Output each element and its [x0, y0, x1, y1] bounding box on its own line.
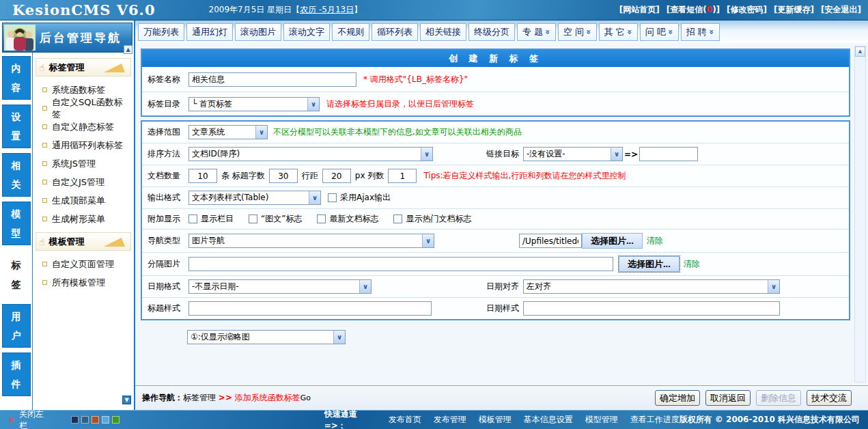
main-scrollbar[interactable]: ▲ — [854, 46, 866, 383]
date-format-label: 日期格式 — [148, 281, 188, 292]
rail-item-related[interactable]: 相关 — [2, 153, 31, 197]
quick-publish-manage-link[interactable]: 发布管理 — [434, 414, 466, 426]
menu-item-custom-sql-tags[interactable]: 自定义SQL函数标签 — [36, 99, 131, 117]
theme-swatch[interactable] — [71, 416, 79, 424]
title-length-input[interactable] — [269, 169, 298, 183]
doc-count-input[interactable] — [188, 169, 217, 183]
newest-doc-flag-checkbox[interactable] — [317, 214, 326, 223]
tab-recruit[interactable]: 招 聘» — [681, 23, 720, 41]
tab-universal-list[interactable]: 万能列表 — [138, 23, 184, 41]
double-chevron-icon: » — [666, 29, 675, 35]
logout-link[interactable]: [安全退出] — [821, 4, 861, 16]
tab-scroll-images[interactable]: 滚动图片 — [235, 23, 281, 41]
pick-divider-image-button[interactable]: 选择图片... — [619, 256, 680, 272]
hot-doc-flag-checkbox[interactable] — [393, 214, 402, 223]
tab-ask[interactable]: 问 吧» — [640, 23, 679, 41]
close-left-panel-link[interactable]: 关闭左栏 — [19, 409, 52, 429]
link-target-select[interactable]: -没有设置-∨ — [523, 147, 623, 161]
ajax-output-checkbox[interactable] — [328, 193, 337, 202]
tag-dir-select[interactable]: └ 首页标签∨ — [188, 97, 320, 111]
cancel-return-button[interactable]: 取消返回 — [705, 390, 751, 406]
tab-other[interactable]: 其 它» — [599, 23, 638, 41]
lunar-date-link[interactable]: 农历 -5月13日 — [300, 5, 354, 14]
scrollbar-up-icon[interactable]: ▲ — [855, 46, 865, 57]
show-category-checkbox[interactable] — [188, 214, 197, 223]
sort-select[interactable]: 文档ID(降序)∨ — [188, 147, 433, 161]
date-align-select[interactable]: 左对齐∨ — [523, 279, 780, 294]
clear-nav-image-link[interactable]: 清除 — [647, 235, 663, 247]
quick-publish-home-link[interactable]: 发布首页 — [389, 414, 421, 426]
columns-input[interactable] — [388, 169, 417, 183]
date-style-input[interactable] — [523, 301, 780, 316]
breadcrumb-root[interactable]: 标签管理 — [183, 393, 216, 402]
quick-progress-link[interactable]: 查看工作进度 — [630, 414, 680, 426]
line-height-input[interactable] — [322, 169, 351, 183]
tag-name-input[interactable] — [188, 72, 356, 87]
confirm-add-button[interactable]: 确定增加 — [655, 390, 700, 406]
tech-support-button[interactable]: 技术交流 — [807, 390, 852, 406]
divider-image-input[interactable] — [188, 257, 613, 271]
delete-info-button[interactable]: 删除信息 — [756, 390, 801, 406]
menu-item-tree-menu[interactable]: 生成树形菜单 — [36, 210, 131, 228]
quick-template-manage-link[interactable]: 模板管理 — [479, 414, 512, 426]
change-password-link[interactable]: [修改密码] — [727, 4, 767, 16]
title-style-input[interactable] — [188, 301, 432, 316]
tab-loop-list[interactable]: 循环列表 — [372, 23, 418, 41]
tag-name-row: 标签名称 * 调用格式"{LB_标签名称}" — [142, 67, 849, 92]
rail-item-settings[interactable]: 设置 — [2, 105, 31, 148]
extra-display-label: 附加显示 — [148, 213, 188, 225]
rail-item-users[interactable]: 用户 — [2, 304, 31, 348]
quick-basic-info-link[interactable]: 基本信息设置 — [524, 414, 573, 426]
quick-model-manage-link[interactable]: 模型管理 — [585, 414, 618, 426]
sidebar-columns: 内容 设置 相关 模型 标签 用户 插件 ☝ 标签管理 系统函数标签 — [0, 53, 134, 410]
date-suffix: 】 — [354, 5, 362, 14]
rail-item-model[interactable]: 模型 — [2, 202, 31, 245]
link-target-label: 链接目标 — [486, 148, 519, 160]
sort-row: 排序方法 文档ID(降序)∨ 链接目标 -没有设置-∨ => — [142, 143, 849, 165]
menu-item-top-menu[interactable]: 生成顶部菜单 — [36, 191, 131, 210]
tag-dir-note: 请选择标签归属目录，以便日后管理标签 — [326, 98, 474, 110]
output-format-select[interactable]: 文本列表样式(Table)∨ — [188, 191, 321, 205]
clear-divider-image-link[interactable]: 清除 — [684, 258, 700, 270]
tab-slideshow[interactable]: 通用幻灯 — [186, 23, 233, 41]
theme-swatch[interactable] — [112, 416, 120, 424]
image-text-flag-checkbox[interactable] — [249, 214, 257, 223]
rail-item-plugins[interactable]: 插件 — [2, 352, 31, 396]
theme-swatch[interactable] — [81, 416, 89, 424]
pick-nav-image-button[interactable]: 选择图片... — [582, 233, 643, 249]
tab-space[interactable]: 空 间» — [558, 23, 597, 41]
menu-item-system-js[interactable]: 系统JS管理 — [36, 154, 131, 173]
section-tag-management[interactable]: ☝ 标签管理 — [36, 58, 131, 77]
chevron-down-icon: ∨ — [307, 98, 319, 111]
menu-item-custom-page[interactable]: 自定义页面管理 — [36, 255, 131, 273]
create-tag-box: 创 建 新 标 签 标签名称 * 调用格式"{LB_标签名称}" 标签目录 └ … — [141, 49, 850, 117]
thumb-mode-select[interactable]: ①:仅显示缩略图∨ — [187, 330, 346, 344]
nav-type-select[interactable]: 图片导航∨ — [188, 234, 434, 248]
tag-dir-row: 标签目录 └ 首页标签∨ 请选择标签归属目录，以便日后管理标签 — [142, 92, 849, 115]
view-sms-link[interactable]: [查看短信(0)] — [667, 4, 720, 16]
refresh-cache-link[interactable]: [更新缓存] — [774, 4, 814, 16]
menu-item-all-templates[interactable]: 所有模板管理 — [36, 273, 131, 292]
date-format-select[interactable]: -不显示日期-∨ — [188, 279, 372, 294]
breadcrumb-current-link[interactable]: 添加系统函数标签 — [235, 393, 300, 402]
menu-item-loop-list-tags[interactable]: 通用循环列表标签 — [36, 136, 131, 154]
scope-select[interactable]: 文章系统∨ — [188, 125, 268, 139]
rail-item-tags-active[interactable]: 标签 — [2, 250, 31, 299]
tab-scroll-text[interactable]: 滚动文字 — [283, 23, 330, 41]
go-link[interactable]: Go — [300, 393, 311, 402]
link-target-input[interactable] — [639, 147, 698, 161]
theme-swatch[interactable] — [102, 416, 109, 424]
style-row: 标题样式 日期样式 — [142, 298, 849, 319]
nav-image-path-input[interactable] — [519, 234, 582, 248]
tab-final-paging[interactable]: 终级分页 — [468, 23, 515, 41]
rail-item-content[interactable]: 内容 — [2, 56, 31, 100]
tab-irregular[interactable]: 不规则 — [332, 23, 369, 41]
site-home-link[interactable]: [网站首页] — [619, 4, 660, 16]
tab-special-topic[interactable]: 专 题» — [517, 23, 556, 41]
tab-related-links[interactable]: 相关链接 — [420, 23, 466, 41]
menu-item-custom-js[interactable]: 自定义JS管理 — [36, 173, 131, 191]
sidebar-scroll-down-icon[interactable]: ▼ — [122, 396, 131, 404]
section-template-management[interactable]: ☝ 模板管理 — [36, 232, 131, 251]
quick-links: 快速通道=>： 发布首页 发布管理 模板管理 基本信息设置 模型管理 查看工作进… — [324, 409, 680, 429]
theme-swatch[interactable] — [92, 416, 99, 424]
